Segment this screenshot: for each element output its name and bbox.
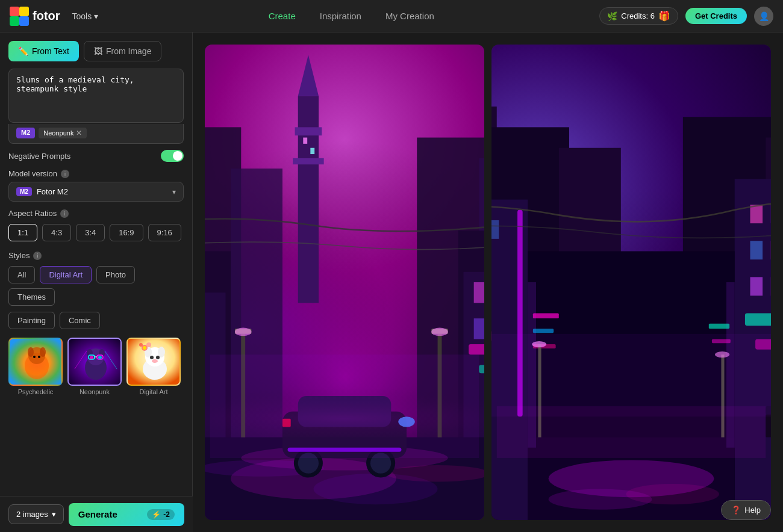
neonpunk-label: Neonpunk [80,388,110,395]
aspect-9-16[interactable]: 9:16 [148,224,181,241]
svg-point-20 [98,356,102,359]
images-count-button[interactable]: 2 images ▾ [8,504,64,524]
model-version-label: Model version [8,169,57,178]
nav-my-creation[interactable]: My Creation [385,11,434,21]
svg-rect-46 [293,158,324,164]
images-count-chevron: ▾ [52,510,56,519]
generate-button[interactable]: Generate ⚡ -2 [69,503,184,526]
style-themes[interactable]: Themes [8,288,55,306]
svg-point-28 [150,356,154,359]
style-digital-art[interactable]: Digital Art [40,266,92,283]
svg-point-9 [33,356,36,358]
model-chevron-icon: ▾ [172,188,176,196]
svg-point-30 [152,359,158,363]
svg-rect-47 [303,138,307,144]
styles-header: Styles i [0,244,192,264]
svg-rect-120 [750,205,763,223]
aspect-ratios-info-icon[interactable]: i [60,209,69,218]
tools-label: Tools [72,11,92,21]
from-text-tab[interactable]: ✏️ From Text [8,41,79,61]
nav-create[interactable]: Create [269,11,296,21]
svg-point-7 [28,347,34,357]
aspect-4-3[interactable]: 4:3 [42,224,71,241]
aspect-ratio-grid: 1:1 4:3 3:4 16:9 9:16 [0,221,192,244]
lightning-icon: ⚡ [152,510,161,519]
tag-neonpunk[interactable]: Neonpunk ✕ [39,128,87,138]
from-image-tab[interactable]: 🖼 From Image [84,41,161,61]
from-image-label: From Image [106,46,151,56]
gift-icon[interactable]: 🎁 [658,10,670,22]
svg-rect-155 [491,334,771,416]
svg-rect-68 [479,365,484,373]
leaf-icon: 🌿 [607,11,617,21]
style-neonpunk[interactable]: Neonpunk [67,338,122,395]
svg-rect-93 [210,354,479,458]
credits-badge: 🌿 Credits: 6 🎁 [599,7,678,25]
digitalart-preview [126,338,181,386]
tools-button[interactable]: Tools ▾ [67,9,104,23]
svg-rect-152 [766,415,771,438]
credits-text: Credits: 6 [621,11,655,20]
avatar-icon: 👤 [759,11,769,21]
header: fotor Tools ▾ Create Inspiration My Crea… [0,0,783,32]
model-version-info-icon[interactable]: i [61,170,69,178]
svg-rect-125 [750,241,763,259]
bottom-bar: 2 images ▾ Generate ⚡ -2 [0,496,193,532]
styles-chip-grid-row2: Painting Comic [0,308,192,332]
aspect-3-4[interactable]: 3:4 [76,224,105,241]
aspect-1-1[interactable]: 1:1 [8,224,37,241]
get-credits-button[interactable]: Get Credits [685,8,747,24]
svg-rect-145 [709,324,729,329]
style-painting[interactable]: Painting [8,312,55,329]
svg-rect-65 [474,318,484,339]
model-select[interactable]: M2 Fotor M2 ▾ [8,182,184,202]
tag-neonpunk-close[interactable]: ✕ [76,129,82,137]
style-images: Psychedelic [0,332,192,398]
logo-icon [10,7,29,26]
from-text-label: From Text [32,46,69,56]
svg-rect-142 [533,314,559,319]
generated-image-2[interactable] [491,45,771,520]
negative-prompts-label: Negative Prompts [8,152,70,161]
sidebar: ✏️ From Text 🖼 From Image Slums of a med… [0,32,193,532]
tools-chevron-icon: ▾ [94,11,98,21]
tag-m2[interactable]: M2 [16,128,35,138]
image-icon: 🖼 [94,46,102,56]
svg-point-34 [143,346,146,350]
aspect-ratios-label: Aspect Ratios [8,209,57,218]
generate-label: Generate [78,509,117,519]
image-grid [193,32,783,532]
help-button[interactable]: ❓ Help [721,500,771,520]
style-comic[interactable]: Comic [60,312,100,329]
help-icon: ❓ [731,506,741,515]
model-version-header: Model version i [0,162,192,182]
svg-rect-2 [10,16,19,26]
style-digitalart[interactable]: Digital Art [126,338,181,395]
prompt-tags: M2 Neonpunk ✕ [8,124,184,144]
nav-inspiration[interactable]: Inspiration [320,11,361,21]
style-photo[interactable]: Photo [96,266,135,283]
model-name: Fotor M2 [37,187,167,196]
avatar[interactable]: 👤 [754,7,773,26]
generate-cost: ⚡ -2 [147,509,175,520]
style-all[interactable]: All [8,266,35,283]
logo[interactable]: fotor [10,7,60,26]
prompt-input[interactable]: Slums of a medieval city, steampunk styl… [8,69,184,123]
svg-point-10 [38,356,40,358]
negative-prompts-toggle[interactable] [161,150,184,162]
main-layout: ✏️ From Text 🖼 From Image Slums of a med… [0,32,783,532]
svg-point-32 [146,342,151,347]
svg-point-92 [431,328,448,336]
svg-point-27 [158,347,165,357]
style-psychedelic[interactable]: Psychedelic [8,338,63,395]
aspect-16-9[interactable]: 16:9 [110,224,143,241]
generated-image-1[interactable] [205,45,484,520]
svg-point-8 [40,347,46,357]
content-area: ❓ Help [193,32,783,532]
images-count-text: 2 images [16,510,48,519]
styles-info-icon[interactable]: i [33,252,42,260]
svg-rect-129 [750,277,763,295]
svg-rect-48 [310,148,314,154]
svg-rect-0 [10,7,19,16]
styles-chip-grid: All Digital Art Photo Themes [0,264,192,308]
